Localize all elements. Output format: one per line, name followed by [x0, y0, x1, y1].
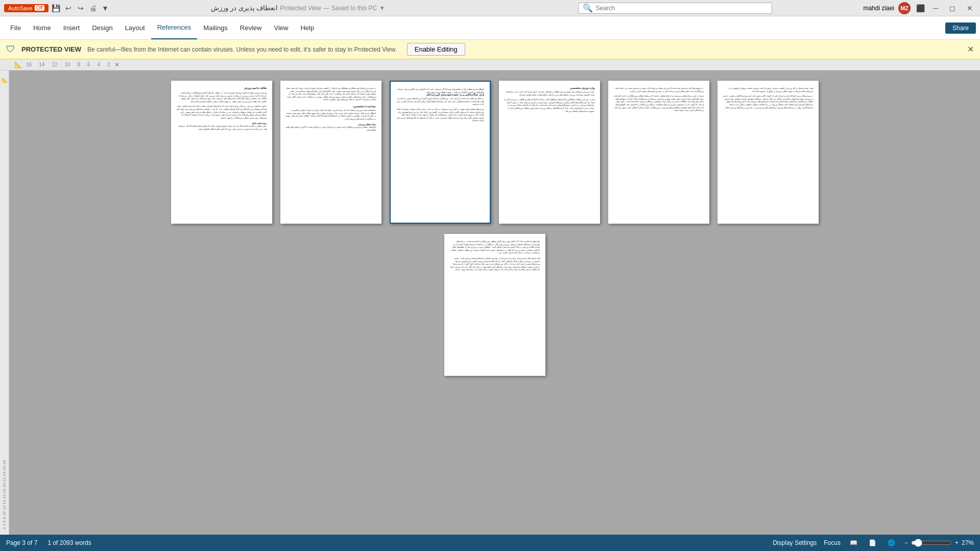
- page-6[interactable]: نقش تغذیه صحیح در کنار ورزش از اهمیت بسز…: [718, 81, 819, 224]
- protected-title: PROTECTED VIEW: [21, 45, 81, 53]
- undo-icon[interactable]: ↩: [64, 4, 73, 13]
- statusbar: Page 3 of 7 1 of 2093 words Display Sett…: [0, 535, 980, 551]
- zoom-control: − + 27%: [904, 539, 974, 547]
- autosave-label: AutoSave: [8, 5, 33, 11]
- saved-location: Saved to this PC: [331, 5, 377, 12]
- page-5[interactable]: در پژوهش‌های اخیر مشخص شده است که ورزش م…: [608, 81, 709, 224]
- zoom-out-button[interactable]: −: [904, 539, 908, 546]
- titlebar: AutoSave Off 💾 ↩ ↪ 🖨 ▼ انعطاف پذیری در و…: [0, 0, 980, 16]
- page-1[interactable]: نظافت جامع در ورزش ورزش و تمرین منظم از …: [171, 81, 272, 224]
- customize-icon[interactable]: ▼: [101, 4, 110, 13]
- minimize-button[interactable]: ─: [930, 4, 941, 12]
- page-1-extra: با توجه به اهمیت ورزش در زندگی روزمره لا…: [176, 105, 267, 119]
- page-7[interactable]: همان‌طور که اشاره به ۱۵ تا ۱۶ اعمال مهم …: [444, 234, 545, 376]
- saved-arrow: ▼: [379, 5, 385, 12]
- document-title: انعطاف پذیری در ورزش: [211, 4, 278, 12]
- page-1-heading: نظافت جامع در ورزش: [176, 87, 267, 89]
- page-2-text: در حوزه ورزش‌های تیمی همکاری و هماهنگی ب…: [285, 87, 376, 101]
- save-icon[interactable]: 💾: [52, 4, 61, 13]
- page-4-heading: وزارت ورزش متخصصین: [504, 87, 595, 89]
- statusbar-right: Display Settings Focus 📖 📄 🌐 − + 27%: [773, 538, 974, 547]
- page-5-extra: تمرینات ذهنی و روان‌شناسی ورزشی نیز از ج…: [613, 94, 704, 112]
- user-area: mahdi ziaei MZ: [863, 2, 911, 14]
- tab-home[interactable]: Home: [27, 16, 57, 39]
- print-icon[interactable]: 🖨: [88, 4, 98, 13]
- page-1-heading-section: نظافت جامع در ورزش: [176, 87, 267, 89]
- tab-review[interactable]: Review: [234, 16, 268, 39]
- vertical-ruler: 📐 2 4 6 8 10 12 14 16 18 20 22 24 26 28: [0, 70, 9, 535]
- autosave-state: Off: [35, 5, 44, 11]
- page-2-heading: مصاحبه با متخصصین:: [285, 105, 376, 108]
- page-4-text: وزارت ورزش و جوانان برای توسعه ورزش همگا…: [504, 90, 595, 96]
- page-4[interactable]: وزارت ورزش متخصصین وزارت ورزش و جوانان ب…: [499, 81, 600, 224]
- read-mode-button[interactable]: 📖: [848, 538, 859, 547]
- enable-editing-button[interactable]: Enable Editing: [407, 43, 465, 56]
- tab-mailings[interactable]: Mailings: [197, 16, 234, 39]
- page-3-heading: ق.ق: هرگاه قائمی در به متعمد شود و قرار …: [396, 93, 485, 96]
- page-2-section2-text: برنامه‌های عملیاتی پرورش ورزشکاران باید …: [285, 126, 376, 131]
- ruler-mark-2: 2: [104, 62, 113, 67]
- close-button[interactable]: ✕: [964, 4, 976, 12]
- page-3-extra: ورزش‌های هوازی نقش مهمی در کنترل وزن و س…: [396, 108, 485, 122]
- zoom-slider[interactable]: [911, 539, 952, 547]
- autosave-button[interactable]: AutoSave Off: [4, 4, 49, 12]
- page-3[interactable]: انعطاف پذیری عضلانی یکی از شاخص‌های مهم …: [390, 81, 491, 224]
- zoom-in-button[interactable]: +: [955, 539, 959, 546]
- ruler-mark-6: 6: [84, 62, 93, 67]
- page-6-extra: در ورزش‌های رزمی انضباط فردی و تمرکز ذهن…: [723, 94, 814, 109]
- focus-mode[interactable]: Focus: [824, 539, 841, 546]
- tab-file[interactable]: File: [4, 16, 27, 39]
- ruler-content: 📐 16 14 12 10 8 6 4 2 ✕: [14, 61, 119, 68]
- page-3-pre-text: انعطاف پذیری عضلانی یکی از شاخص‌های مهم …: [396, 88, 485, 93]
- page-2[interactable]: در حوزه ورزش‌های تیمی همکاری و هماهنگی ب…: [280, 81, 381, 224]
- page-1-text: ورزش و تمرین منظم از اهمیت ویژه‌ای برخور…: [176, 91, 267, 103]
- ruler-mark-14: 14: [36, 62, 47, 67]
- titlebar-right: mahdi ziaei MZ ⬛ ─ ◻ ✕: [863, 2, 976, 14]
- ruler-end-icon: ✕: [114, 61, 119, 68]
- ruler-icon: 📐: [14, 61, 22, 68]
- page-4-extra: وزارت ورزش و جوانان با همکاری سازمان‌های…: [504, 98, 595, 112]
- search-area: 🔍: [487, 3, 864, 14]
- print-layout-button[interactable]: 📄: [867, 538, 878, 547]
- shield-icon: 🛡: [6, 44, 15, 55]
- tab-help[interactable]: Help: [294, 16, 320, 39]
- tab-references[interactable]: References: [151, 16, 197, 39]
- restore-button[interactable]: ◻: [946, 4, 959, 12]
- page-2-main-text: متخصصان تغذیه و ورزش معتقدند که یک برنام…: [285, 109, 376, 120]
- titlebar-center: انعطاف پذیری در ورزش Protected View — Sa…: [110, 4, 487, 12]
- page-3-text: در مقابل هر تلاشی باید نتیجه را ارزیابی …: [396, 97, 485, 106]
- page-7-text: همان‌طور که اشاره به ۱۵ تا ۱۶ اعمال مهم …: [449, 240, 540, 254]
- protected-view-bar: 🛡 PROTECTED VIEW Be careful—files from t…: [0, 40, 980, 59]
- tab-design[interactable]: Design: [86, 16, 118, 39]
- page-info: Page 3 of 7: [6, 539, 37, 546]
- ruler-mark-4: 4: [94, 62, 104, 67]
- protected-message: Be careful—files from the Internet can c…: [87, 46, 397, 53]
- display-settings[interactable]: Display Settings: [773, 539, 817, 546]
- redo-icon[interactable]: ↪: [76, 4, 85, 13]
- titlebar-left: AutoSave Off 💾 ↩ ↪ 🖨 ▼: [4, 4, 110, 13]
- page-canvas[interactable]: نظافت جامع در ورزش ورزش و تمرین منظم از …: [9, 70, 980, 535]
- search-input[interactable]: [596, 5, 768, 12]
- ruler-v-icon: 📐: [2, 73, 7, 86]
- ruler-mark-12: 12: [49, 62, 60, 67]
- page-1-section-text: برای دستیابی به تناسب اندام ایده‌آل باید…: [176, 125, 267, 130]
- zoom-level: 27%: [962, 539, 974, 546]
- user-avatar[interactable]: MZ: [898, 2, 911, 14]
- page-7-extra: ارائه فرصت‌های برابر ورزشی برای زنان و م…: [449, 257, 540, 271]
- search-bar[interactable]: 🔍: [578, 3, 772, 14]
- view-mode: Protected View: [280, 5, 321, 12]
- share-button[interactable]: Share: [945, 22, 976, 34]
- user-name: mahdi ziaei: [863, 5, 894, 12]
- tab-insert[interactable]: Insert: [57, 16, 86, 39]
- page-6-text: نقش تغذیه صحیح در کنار ورزش از اهمیت بسز…: [723, 87, 814, 92]
- ruler-mark-16: 16: [23, 62, 35, 67]
- close-protected-bar-button[interactable]: ✕: [967, 44, 974, 54]
- tab-view[interactable]: View: [268, 16, 294, 39]
- pages-row-2: همان‌طور که اشاره به ۱۵ تا ۱۶ اعمال مهم …: [25, 234, 965, 376]
- pages-row-1: نظافت جامع در ورزش ورزش و تمرین منظم از …: [25, 81, 965, 224]
- ribbon-display-icon[interactable]: ⬛: [916, 4, 925, 13]
- web-layout-button[interactable]: 🌐: [886, 538, 897, 547]
- page-5-text: در پژوهش‌های اخیر مشخص شده است که ورزش م…: [613, 87, 704, 92]
- ribbon: File Home Insert Design Layout Reference…: [0, 16, 980, 40]
- tab-layout[interactable]: Layout: [119, 16, 151, 39]
